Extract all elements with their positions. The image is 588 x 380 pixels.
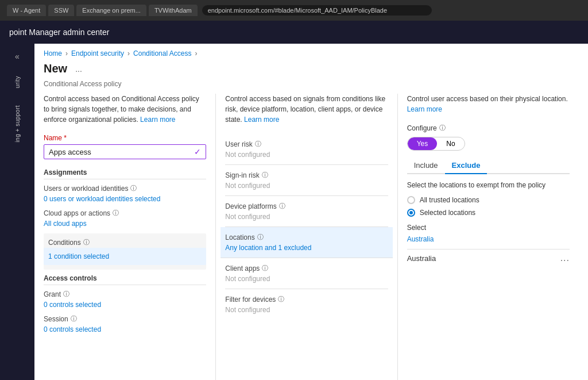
address-bar[interactable]: endpoint.microsoft.com/#blade/Microsoft_…: [202, 5, 432, 16]
location-more-options-button[interactable]: ...: [560, 253, 570, 263]
browser-tab-exchange[interactable]: Exchange on prem...: [76, 5, 146, 16]
radio-label-all-trusted: All trusted locations: [420, 196, 479, 204]
grant-item-label: Grant ⓘ: [44, 290, 206, 298]
conditions-section: Conditions ⓘ 1 condition selected: [44, 233, 206, 270]
browser-chrome: W - Agent SSW Exchange on prem... TVWith…: [0, 0, 588, 21]
middle-col-learn-more-link[interactable]: Learn more: [244, 116, 279, 124]
app-header: point Manager admin center: [0, 21, 588, 44]
configure-label: Configure ⓘ: [407, 124, 570, 132]
browser-tab-ssw[interactable]: SSW: [48, 5, 74, 16]
right-col-learn-more-link[interactable]: Learn more: [407, 105, 442, 113]
breadcrumb-sep-3: ›: [195, 49, 197, 57]
page-title: New: [44, 62, 67, 75]
device-platforms-label: Device platforms ⓘ: [225, 202, 388, 210]
breadcrumb: Home › Endpoint security › Conditional A…: [34, 44, 588, 60]
conditions-info-icon[interactable]: ⓘ: [83, 238, 90, 247]
left-column: Control access based on Conditional Acce…: [44, 94, 215, 380]
right-col-description: Control user access based on their physi…: [407, 94, 570, 114]
cloud-apps-section-item: Cloud apps or actions ⓘ All cloud apps: [44, 209, 206, 229]
name-check-icon: ✓: [194, 147, 201, 156]
grant-section-item: Grant ⓘ 0 controls selected: [44, 290, 206, 310]
sidebar-label-security: urity: [14, 76, 21, 88]
conditions-item-value[interactable]: 1 condition selected: [48, 251, 202, 262]
configure-toggle-group: Yes No: [407, 137, 465, 151]
cloud-apps-info-icon[interactable]: ⓘ: [113, 209, 119, 217]
configure-info-icon[interactable]: ⓘ: [439, 124, 446, 132]
breadcrumb-sep-2: ›: [127, 49, 130, 57]
location-row: Australia ...: [407, 249, 570, 267]
radio-selected-locations[interactable]: Selected locations: [407, 209, 570, 217]
content-area: Home › Endpoint security › Conditional A…: [34, 44, 588, 380]
left-col-description: Control access based on Conditional Acce…: [44, 94, 206, 125]
include-exclude-tabs: Include Exclude: [407, 158, 570, 174]
users-info-icon[interactable]: ⓘ: [130, 184, 137, 193]
session-item-value[interactable]: 0 controls selected: [44, 324, 206, 335]
cloud-apps-item-label: Cloud apps or actions ⓘ: [44, 209, 206, 217]
conditions-item-label: Conditions ⓘ: [48, 238, 202, 247]
client-apps-info-icon[interactable]: ⓘ: [262, 264, 268, 272]
right-column: Control user access based on their physi…: [397, 94, 579, 380]
three-column-layout: Control access based on Conditional Acce…: [34, 94, 588, 380]
name-required-indicator: *: [64, 134, 67, 142]
browser-tab-tv[interactable]: TVWithAdam: [149, 5, 198, 16]
filter-devices-info-icon[interactable]: ⓘ: [278, 295, 284, 304]
client-apps-item: Client apps ⓘ Not configured: [225, 258, 388, 289]
sign-in-risk-item: Sign-in risk ⓘ Not configured: [225, 165, 388, 196]
locations-value[interactable]: Any location and 1 excluded: [225, 244, 388, 252]
cloud-apps-item-value[interactable]: All cloud apps: [44, 218, 206, 229]
location-radio-group: All trusted locations Selected locations: [407, 196, 570, 217]
user-risk-item: User risk ⓘ Not configured: [225, 134, 388, 165]
locations-label: Locations ⓘ: [225, 233, 388, 241]
middle-column: Control access based on signals from con…: [215, 94, 397, 380]
select-value[interactable]: Australia: [407, 235, 570, 243]
device-platforms-info-icon[interactable]: ⓘ: [279, 202, 285, 210]
assignments-header: Assignments: [44, 168, 206, 179]
conditions-highlighted-row: 1 condition selected: [44, 248, 206, 265]
locations-item: Locations ⓘ Any location and 1 excluded: [220, 227, 392, 258]
breadcrumb-sep-1: ›: [65, 49, 68, 57]
user-risk-info-icon[interactable]: ⓘ: [255, 140, 261, 148]
name-input-wrapper[interactable]: ✓: [44, 144, 206, 159]
users-item-value[interactable]: 0 users or workload identities selected: [44, 194, 206, 204]
main-layout: « urity ing + support Home › Endpoint se…: [0, 44, 588, 380]
exempt-description: Select the locations to exempt from the …: [407, 181, 570, 189]
browser-tab-agent[interactable]: W - Agent: [7, 5, 46, 16]
sign-in-risk-label: Sign-in risk ⓘ: [225, 171, 388, 179]
breadcrumb-home[interactable]: Home: [44, 49, 62, 57]
toggle-yes-button[interactable]: Yes: [408, 137, 438, 150]
grant-info-icon[interactable]: ⓘ: [63, 290, 69, 298]
location-name: Australia: [407, 254, 436, 263]
session-item-label: Session ⓘ: [44, 314, 206, 323]
page-title-area: New ...: [34, 60, 588, 80]
session-section-item: Session ⓘ 0 controls selected: [44, 314, 206, 335]
radio-all-trusted-locations[interactable]: All trusted locations: [407, 196, 570, 204]
filter-devices-item: Filter for devices ⓘ Not configured: [225, 289, 388, 320]
device-platforms-value: Not configured: [225, 213, 388, 221]
sidebar: « urity ing + support: [0, 44, 34, 380]
sidebar-collapse-button[interactable]: «: [11, 48, 23, 64]
app-title: point Manager admin center: [9, 28, 109, 37]
name-input[interactable]: [49, 148, 194, 156]
radio-circle-selected: [407, 209, 415, 217]
access-controls-header: Access controls: [44, 274, 206, 285]
name-field-label: Name *: [44, 134, 206, 142]
tab-include[interactable]: Include: [407, 158, 445, 174]
grant-item-value[interactable]: 0 controls selected: [44, 300, 206, 310]
locations-info-icon[interactable]: ⓘ: [257, 233, 264, 241]
breadcrumb-conditional-access[interactable]: Conditional Access: [133, 49, 191, 57]
page-more-options-button[interactable]: ...: [72, 63, 86, 75]
session-info-icon[interactable]: ⓘ: [71, 314, 77, 323]
user-risk-value: Not configured: [225, 151, 388, 159]
users-item-label: Users or workload identities ⓘ: [44, 184, 206, 193]
device-platforms-item: Device platforms ⓘ Not configured: [225, 196, 388, 227]
toggle-no-button[interactable]: No: [437, 137, 464, 150]
radio-circle-all-trusted: [407, 196, 415, 204]
client-apps-label: Client apps ⓘ: [225, 264, 388, 272]
tab-exclude[interactable]: Exclude: [445, 158, 488, 174]
page-subtitle: Conditional Access policy: [34, 80, 588, 94]
sign-in-risk-value: Not configured: [225, 182, 388, 190]
sidebar-label-support: ing + support: [14, 105, 21, 143]
breadcrumb-endpoint-security[interactable]: Endpoint security: [71, 49, 124, 57]
sign-in-risk-info-icon[interactable]: ⓘ: [262, 171, 268, 179]
left-col-learn-more-link[interactable]: Learn more: [140, 116, 175, 124]
